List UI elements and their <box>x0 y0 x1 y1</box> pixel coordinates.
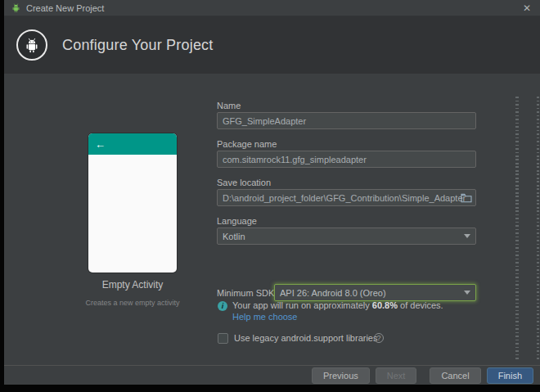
help-me-choose-link[interactable]: Help me choose <box>232 312 298 322</box>
minimum-sdk-value: API 26: Android 8.0 (Oreo) <box>280 288 459 298</box>
minimum-sdk-dropdown[interactable]: API 26: Android 8.0 (Oreo) <box>274 284 476 301</box>
template-description: Creates a new empty activity <box>67 299 198 307</box>
coverage-suffix: of devices. <box>398 300 443 310</box>
language-dropdown[interactable]: Kotlin <box>217 228 476 245</box>
info-icon: i <box>218 301 227 311</box>
template-name: Empty Activity <box>67 279 198 291</box>
save-location-input[interactable] <box>217 189 476 206</box>
browse-folder-icon[interactable] <box>459 191 474 204</box>
previous-button[interactable]: Previous <box>312 367 370 384</box>
legacy-support-label: Use legacy android.support libraries <box>234 333 377 343</box>
cancel-button[interactable]: Cancel <box>430 367 480 384</box>
next-button[interactable]: Next <box>376 367 417 384</box>
save-location-field <box>217 189 476 206</box>
android-app-icon <box>11 2 21 13</box>
finish-button[interactable]: Finish <box>487 367 533 384</box>
package-name-label: Package name <box>217 139 277 149</box>
name-label: Name <box>217 101 241 110</box>
preview-appbar: ← <box>88 133 177 155</box>
window-title: Create New Project <box>26 3 104 13</box>
chevron-down-icon <box>464 234 470 238</box>
minimum-sdk-label: Minimum SDK <box>217 288 274 298</box>
language-value: Kotlin <box>223 232 459 241</box>
package-name-input[interactable] <box>217 151 476 168</box>
title-bar: Create New Project ✕ <box>4 0 540 16</box>
wizard-header: Configure Your Project <box>4 16 540 74</box>
scrollbar[interactable] <box>515 97 519 360</box>
name-input[interactable] <box>217 112 476 129</box>
page-title: Configure Your Project <box>62 37 214 54</box>
close-icon[interactable]: ✕ <box>520 2 533 15</box>
scrollbar-edge[interactable] <box>537 97 539 360</box>
button-bar: Previous Next Cancel Finish <box>4 365 540 385</box>
main-panel: ← Empty Activity Creates a new empty act… <box>4 74 540 365</box>
sdk-coverage-text: Your app will run on approximately 60.8%… <box>232 300 443 310</box>
android-logo-icon <box>16 29 47 61</box>
save-location-label: Save location <box>217 178 271 187</box>
language-label: Language <box>217 216 257 226</box>
legacy-help-icon[interactable]: ? <box>374 333 384 343</box>
create-new-project-window: Create New Project ✕ <box>4 0 540 385</box>
template-preview: ← <box>88 133 177 273</box>
chevron-down-icon <box>464 291 470 295</box>
back-arrow-icon: ← <box>95 138 106 151</box>
legacy-support-checkbox[interactable] <box>218 333 228 344</box>
coverage-prefix: Your app will run on approximately <box>232 300 372 310</box>
coverage-percent: 60.8% <box>372 300 398 310</box>
